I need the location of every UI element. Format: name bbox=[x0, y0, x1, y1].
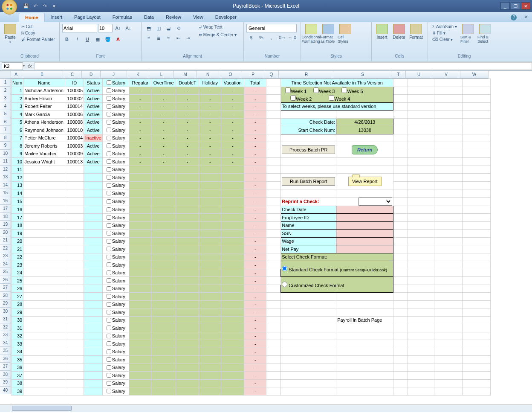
salary-checkbox[interactable] bbox=[107, 334, 111, 338]
select-all-button[interactable] bbox=[0, 71, 11, 79]
salary-checkbox[interactable] bbox=[107, 112, 111, 116]
minimize-button[interactable]: _ bbox=[500, 2, 510, 10]
row-header-1[interactable]: 1 bbox=[0, 79, 11, 87]
align-bottom-button[interactable]: ⬓ bbox=[164, 24, 173, 32]
week2-checkbox[interactable]: Week 2 bbox=[290, 96, 312, 102]
row-header-3[interactable]: 3 bbox=[0, 94, 11, 102]
orientation-button[interactable]: ⟲ bbox=[173, 24, 183, 32]
column-header-Q[interactable]: Q bbox=[264, 71, 279, 79]
name-box[interactable] bbox=[2, 62, 23, 70]
percent-button[interactable]: % bbox=[257, 33, 266, 42]
qat-dropdown-icon[interactable]: ▾ bbox=[50, 2, 58, 10]
row-header-13[interactable]: 13 bbox=[0, 173, 11, 181]
row-header-14[interactable]: 14 bbox=[0, 181, 11, 189]
increase-indent-button[interactable]: ⇥ bbox=[183, 34, 193, 42]
column-header-J[interactable]: J bbox=[101, 71, 127, 79]
font-color-button[interactable]: A bbox=[113, 35, 123, 44]
wrap-text-button[interactable]: ↲ Wrap Text bbox=[197, 24, 238, 30]
row-header-11[interactable]: 11 bbox=[0, 157, 11, 166]
salary-checkbox[interactable] bbox=[107, 104, 111, 109]
help-icon[interactable]: ? bbox=[511, 15, 517, 20]
horizontal-scrollbar[interactable] bbox=[0, 404, 532, 412]
row-header-33[interactable]: 33 bbox=[0, 331, 11, 339]
decrease-decimal-button[interactable]: ←.0 bbox=[287, 33, 297, 42]
autosum-button[interactable]: Σ AutoSum ▾ bbox=[431, 24, 459, 29]
column-header-C[interactable]: C bbox=[63, 71, 82, 79]
row-header-16[interactable]: 16 bbox=[0, 197, 11, 205]
salary-checkbox[interactable] bbox=[107, 365, 111, 370]
tab-review[interactable]: Review bbox=[160, 13, 187, 22]
currency-button[interactable]: $ bbox=[246, 33, 256, 42]
delete-cells-button[interactable]: Delete bbox=[391, 24, 407, 53]
column-header-V[interactable]: V bbox=[432, 71, 460, 79]
salary-checkbox[interactable] bbox=[107, 207, 111, 212]
row-header-4[interactable]: 4 bbox=[0, 102, 11, 111]
fx-icon[interactable]: fx bbox=[28, 64, 32, 69]
close-workbook-icon[interactable]: ✕ bbox=[524, 15, 528, 20]
fill-color-button[interactable]: 🪣 bbox=[103, 35, 113, 44]
row-header-17[interactable]: 17 bbox=[0, 205, 11, 213]
row-header-26[interactable]: 26 bbox=[0, 276, 11, 284]
grow-font-button[interactable]: A↑ bbox=[113, 24, 123, 32]
cut-button[interactable]: ✂ Cut bbox=[20, 24, 57, 29]
week1-checkbox[interactable]: Week 1 bbox=[285, 89, 306, 94]
decrease-indent-button[interactable]: ⇤ bbox=[173, 34, 183, 42]
copy-button[interactable]: ⎘ Copy bbox=[20, 30, 57, 36]
column-header-L[interactable]: L bbox=[149, 71, 174, 79]
close-button[interactable]: ✕ bbox=[521, 2, 530, 10]
salary-checkbox[interactable] bbox=[107, 262, 111, 267]
column-header-M[interactable]: M bbox=[174, 71, 197, 79]
row-header-36[interactable]: 36 bbox=[0, 355, 11, 363]
merge-center-button[interactable]: ⬌ Merge & Center ▾ bbox=[197, 32, 238, 38]
insert-cells-button[interactable]: Insert bbox=[374, 24, 390, 53]
row-header-38[interactable]: 38 bbox=[0, 371, 11, 379]
column-header-P[interactable]: P bbox=[242, 71, 264, 79]
custom-format-radio[interactable]: Customized Check Format bbox=[282, 283, 344, 288]
row-header-25[interactable]: 25 bbox=[0, 268, 11, 276]
format-as-table-button[interactable]: Format as Table bbox=[321, 24, 336, 53]
tab-home[interactable]: Home bbox=[19, 13, 45, 22]
row-header-29[interactable]: 29 bbox=[0, 300, 11, 308]
view-report-button[interactable]: View Report bbox=[348, 177, 382, 186]
row-header-37[interactable]: 37 bbox=[0, 363, 11, 371]
row-header-6[interactable]: 6 bbox=[0, 118, 11, 126]
row-header-2[interactable]: 2 bbox=[0, 87, 11, 95]
salary-header-checkbox[interactable] bbox=[107, 80, 111, 85]
align-center-button[interactable]: ≣ bbox=[154, 34, 163, 42]
row-header-15[interactable]: 15 bbox=[0, 189, 11, 197]
align-top-button[interactable]: ⬒ bbox=[144, 24, 153, 32]
column-header-O[interactable]: O bbox=[219, 71, 242, 79]
format-cells-button[interactable]: Format bbox=[408, 24, 424, 53]
salary-checkbox[interactable] bbox=[107, 349, 111, 354]
column-header-W[interactable]: W bbox=[460, 71, 489, 79]
row-header-18[interactable]: 18 bbox=[0, 213, 11, 221]
column-header-A[interactable]: A bbox=[11, 71, 21, 79]
font-name-select[interactable] bbox=[62, 24, 97, 32]
salary-checkbox[interactable] bbox=[107, 294, 111, 299]
salary-checkbox[interactable] bbox=[107, 341, 111, 346]
row-header-8[interactable]: 8 bbox=[0, 134, 11, 142]
salary-checkbox[interactable] bbox=[107, 318, 111, 323]
row-header-5[interactable]: 5 bbox=[0, 110, 11, 118]
font-size-select[interactable] bbox=[98, 24, 113, 32]
column-header-T[interactable]: T bbox=[391, 71, 406, 79]
row-header-40[interactable]: 40 bbox=[0, 387, 11, 395]
tab-formulas[interactable]: Formulas bbox=[107, 13, 138, 22]
restore-button[interactable]: ❐ bbox=[511, 2, 520, 10]
row-header-20[interactable]: 20 bbox=[0, 229, 11, 237]
salary-checkbox[interactable] bbox=[107, 286, 111, 291]
italic-button[interactable]: I bbox=[72, 35, 82, 44]
bold-button[interactable]: B bbox=[62, 35, 72, 44]
row-header-10[interactable]: 10 bbox=[0, 150, 11, 158]
salary-checkbox[interactable] bbox=[107, 247, 111, 251]
shrink-font-button[interactable]: A↓ bbox=[124, 24, 133, 32]
column-header-S[interactable]: S bbox=[334, 71, 391, 79]
tab-view[interactable]: View bbox=[187, 13, 209, 22]
row-header-23[interactable]: 23 bbox=[0, 252, 11, 260]
salary-checkbox[interactable] bbox=[107, 175, 111, 180]
column-header-R[interactable]: R bbox=[279, 71, 334, 79]
week4-checkbox[interactable]: Week 4 bbox=[329, 96, 350, 102]
salary-checkbox[interactable] bbox=[107, 270, 111, 275]
cell-styles-button[interactable]: Cell Styles bbox=[338, 24, 353, 53]
tab-page-layout[interactable]: Page Layout bbox=[68, 13, 107, 22]
